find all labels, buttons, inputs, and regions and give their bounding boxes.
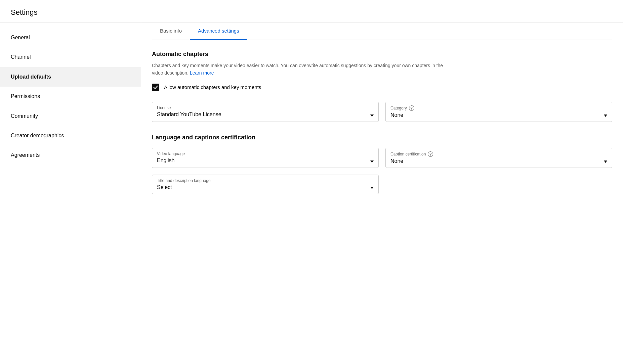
- video-language-arrow: [370, 161, 374, 163]
- caption-cert-help-icon: ?: [428, 151, 433, 157]
- learn-more-link[interactable]: Learn more: [190, 70, 214, 76]
- category-help-icon: ?: [409, 105, 414, 111]
- license-category-row: License Standard YouTube License Categor…: [152, 102, 612, 122]
- sidebar: General Channel Upload defaults Permissi…: [0, 22, 141, 364]
- main-content: Basic info Advanced settings Automatic c…: [141, 22, 623, 364]
- tab-advanced-settings[interactable]: Advanced settings: [190, 22, 247, 40]
- category-label: Category ?: [390, 105, 607, 111]
- page-header: Settings: [0, 0, 623, 22]
- sidebar-item-agreements[interactable]: Agreements: [0, 145, 141, 165]
- sidebar-item-general[interactable]: General: [0, 28, 141, 47]
- license-dropdown[interactable]: License Standard YouTube License: [152, 102, 379, 122]
- automatic-chapters-title: Automatic chapters: [152, 51, 612, 58]
- sidebar-item-channel[interactable]: Channel: [0, 47, 141, 67]
- sidebar-item-community[interactable]: Community: [0, 106, 141, 126]
- sidebar-item-creator-demographics[interactable]: Creator demographics: [0, 126, 141, 145]
- category-value: None: [390, 112, 607, 118]
- checkbox-label: Allow automatic chapters and key moments: [164, 84, 261, 90]
- title-desc-lang-label: Title and description language: [157, 178, 374, 183]
- license-label: License: [157, 105, 374, 110]
- category-dropdown-arrow: [604, 115, 607, 117]
- checkbox-row: Allow automatic chapters and key moments: [152, 84, 612, 91]
- language-captions-section: Language and captions certification Vide…: [152, 134, 612, 194]
- title-description-language-row: Title and description language Select: [152, 175, 612, 194]
- video-language-dropdown[interactable]: Video language English: [152, 148, 379, 168]
- tabs-container: Basic info Advanced settings: [152, 22, 612, 40]
- category-dropdown[interactable]: Category ? None: [385, 102, 612, 122]
- license-dropdown-arrow: [370, 115, 374, 117]
- caption-cert-label: Caption certification ?: [390, 151, 607, 157]
- caption-cert-arrow: [604, 161, 607, 163]
- license-value: Standard YouTube License: [157, 111, 374, 118]
- sidebar-item-permissions[interactable]: Permissions: [0, 87, 141, 106]
- language-section-title: Language and captions certification: [152, 134, 612, 141]
- title-description-language-dropdown[interactable]: Title and description language Select: [152, 175, 379, 194]
- title-desc-lang-value: Select: [157, 184, 374, 190]
- automatic-chapters-description: Chapters and key moments make your video…: [152, 62, 454, 77]
- title-desc-lang-arrow: [370, 187, 374, 189]
- allow-chapters-checkbox[interactable]: [152, 84, 159, 91]
- page-title: Settings: [11, 8, 612, 17]
- caption-certification-dropdown[interactable]: Caption certification ? None: [385, 148, 612, 168]
- tab-basic-info[interactable]: Basic info: [152, 22, 190, 40]
- video-language-value: English: [157, 157, 374, 164]
- caption-cert-value: None: [390, 158, 607, 164]
- video-language-label: Video language: [157, 151, 374, 156]
- sidebar-item-upload-defaults[interactable]: Upload defaults: [0, 67, 141, 87]
- language-caption-row: Video language English Caption certifica…: [152, 148, 612, 168]
- automatic-chapters-section: Automatic chapters Chapters and key mome…: [152, 51, 612, 122]
